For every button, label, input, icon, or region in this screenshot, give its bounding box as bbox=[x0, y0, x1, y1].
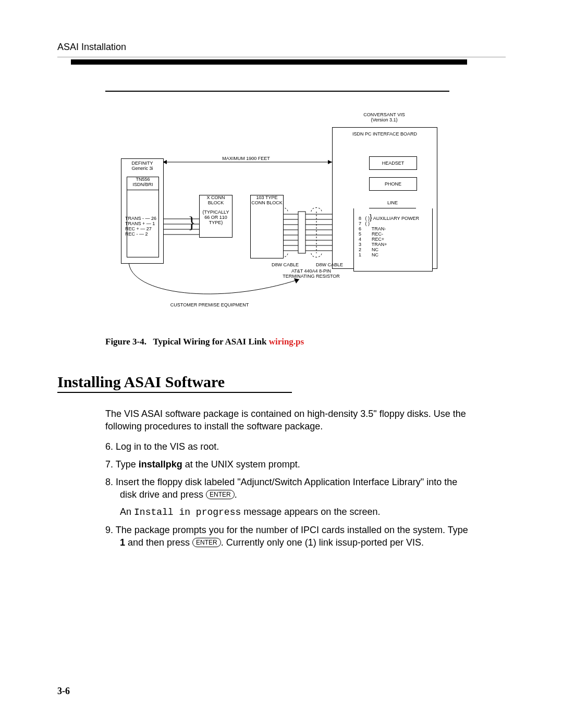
t: TERMINATING RESISTOR bbox=[283, 274, 340, 279]
steps-list: 6. Log in to the VIS as root. 7. Type in… bbox=[105, 440, 470, 549]
t: AUXILLIARY POWER bbox=[373, 216, 419, 221]
t: 8 bbox=[359, 216, 361, 221]
t: ( ) bbox=[365, 221, 370, 226]
t: An bbox=[120, 507, 134, 517]
t: 5 bbox=[359, 231, 361, 237]
wiring-diagram: } CONVERSANT VIS (Version 3.1) ISDN PC I… bbox=[105, 113, 449, 331]
section-rule bbox=[57, 392, 292, 393]
step-num: 6. bbox=[105, 441, 113, 452]
t: TRAN- bbox=[372, 226, 386, 231]
command: installpkg bbox=[139, 459, 182, 470]
pins-left: TRANS - — 26 TRANS + — 1 REC + — 27 REC … bbox=[125, 216, 156, 237]
t: ( ) bbox=[365, 216, 370, 221]
t: CONN BLOCK bbox=[251, 201, 283, 206]
figure-caption: Figure 3-4. Typical Wiring for ASAI Link… bbox=[105, 337, 449, 347]
label-isdn-board: ISDN PC INTERFACE BOARD bbox=[333, 132, 437, 137]
label-d8w-2: D8W CABLE bbox=[311, 263, 348, 268]
t: TRANS - bbox=[125, 216, 144, 221]
svg-rect-31 bbox=[298, 212, 305, 253]
enter-key: ENTER bbox=[206, 490, 235, 499]
label-line: LINE bbox=[369, 201, 416, 208]
step-num: 9. bbox=[105, 525, 113, 535]
step-8: 8. Insert the floppy disk labeled "Adjun… bbox=[105, 476, 470, 519]
step-9: 9. The package prompts you for the numbe… bbox=[105, 524, 470, 549]
t: 7 bbox=[359, 221, 361, 226]
t: 4 bbox=[359, 237, 361, 242]
box-tn556: TN556 ISDN/BRI bbox=[127, 177, 159, 190]
t: 27 bbox=[146, 226, 152, 231]
svg-text:}: } bbox=[188, 213, 195, 232]
caption-filename: wiring.ps bbox=[269, 337, 304, 347]
intro-paragraph: The VIS ASAI software package is contain… bbox=[105, 408, 470, 433]
t: 2 bbox=[145, 231, 148, 237]
box-definity: DEFINITY Generic 3i TN556 ISDN/BRI bbox=[121, 158, 164, 264]
t: REC- bbox=[372, 231, 383, 237]
section-title: Installing ASAI Software bbox=[57, 373, 506, 391]
box-headset: HEADSET bbox=[369, 156, 417, 170]
pins-right: 8 ( )} AUXILLIARY POWER 7 ( ) 6 TRAN- 5 … bbox=[359, 214, 419, 258]
t: 6 bbox=[359, 226, 361, 231]
t: 2 bbox=[359, 247, 361, 252]
t: BLOCK bbox=[200, 201, 232, 206]
t: 26 bbox=[151, 216, 156, 221]
box-103-conn: 103 TYPE CONN BLOCK bbox=[250, 195, 284, 258]
command: 1 bbox=[120, 537, 125, 548]
t: 3 bbox=[359, 242, 361, 247]
t: . Currently only one (1) link issup-port… bbox=[221, 537, 424, 548]
label-conversant: CONVERSANT VIS (Version 3.1) bbox=[345, 113, 423, 123]
body-text: The VIS ASAI software package is contain… bbox=[105, 408, 470, 549]
t: REC+ bbox=[372, 237, 384, 242]
caption-label: Figure 3-4. bbox=[105, 337, 146, 347]
label-term: AT&T 440A4 8-PIN TERMINATING RESISTOR bbox=[272, 269, 350, 279]
head-rule-thin bbox=[57, 57, 506, 57]
t: Insert the floppy disk labeled "Adjunct/… bbox=[116, 477, 457, 500]
t: 66 OR 110 bbox=[204, 215, 227, 220]
page: ASAI Installation bbox=[0, 0, 563, 728]
t: 1 bbox=[152, 221, 155, 226]
t: REC - bbox=[125, 231, 138, 237]
box-phone: PHONE bbox=[369, 177, 417, 191]
t: TYPE bbox=[209, 220, 222, 225]
t: TRAN+ bbox=[372, 242, 387, 247]
page-number: 3-6 bbox=[57, 686, 70, 697]
label-cpe: CUSTOMER PREMISE EQUIPMENT bbox=[157, 303, 262, 308]
t: AT&T 440A4 8-PIN bbox=[291, 268, 331, 274]
t: ISDN/BRI bbox=[127, 182, 158, 188]
step-8-sub: An Install in progress message appears o… bbox=[120, 505, 470, 519]
figure-top-rule bbox=[105, 91, 449, 92]
text: (Version 3.1) bbox=[371, 117, 397, 122]
t: REC + bbox=[125, 226, 139, 231]
running-head: ASAI Installation bbox=[57, 42, 506, 53]
enter-key: ENTER bbox=[192, 538, 221, 547]
t: and then press bbox=[125, 537, 192, 548]
text: CONVERSANT VIS bbox=[363, 112, 405, 117]
step-text: Log in to the VIS as root. bbox=[116, 441, 219, 452]
t: at the UNIX system prompt. bbox=[182, 459, 300, 470]
step-num: 7. bbox=[105, 459, 113, 470]
label-d8w-1: D8W CABLE bbox=[267, 263, 303, 268]
t: The package prompts you for the number o… bbox=[116, 525, 468, 535]
t: 1 bbox=[359, 252, 361, 257]
figure: } CONVERSANT VIS (Version 3.1) ISDN PC I… bbox=[105, 91, 449, 347]
step-6: 6. Log in to the VIS as root. bbox=[105, 440, 470, 453]
t: Type bbox=[116, 459, 139, 470]
t: message appears on the screen. bbox=[241, 507, 380, 517]
t: NC bbox=[372, 252, 378, 257]
svg-marker-2 bbox=[328, 160, 332, 164]
t: . bbox=[235, 489, 237, 500]
t: TYPICALLY bbox=[204, 209, 229, 215]
box-xconn: X CONN BLOCK (TYPICALLY 66 OR 110 TYPE) bbox=[199, 195, 232, 238]
label-max-feet: MAXIMUM 1900 FEET bbox=[210, 156, 283, 162]
label-definity-sub: Generic 3i bbox=[121, 166, 163, 171]
t: TRANS + bbox=[125, 221, 145, 226]
head-rule-thick bbox=[71, 59, 467, 65]
step-num: 8. bbox=[105, 477, 113, 487]
step-7: 7. Type installpkg at the UNIX system pr… bbox=[105, 458, 470, 471]
box-conversant: ISDN PC INTERFACE BOARD HEADSET PHONE LI… bbox=[332, 127, 437, 269]
mono-text: Install in progress bbox=[134, 507, 241, 517]
t: NC bbox=[372, 247, 378, 252]
caption-text: Typical Wiring for ASAI Link bbox=[153, 337, 266, 347]
